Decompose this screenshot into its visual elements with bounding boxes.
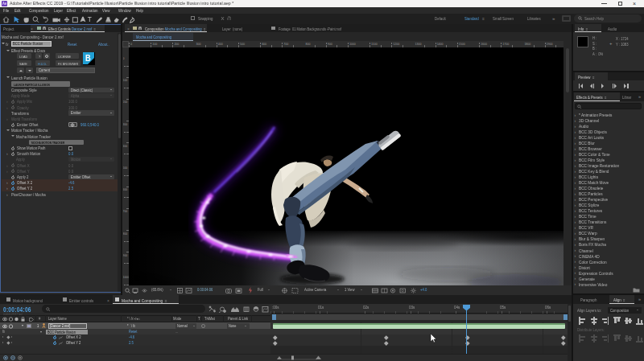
svg-text:T: T <box>88 16 92 23</box>
